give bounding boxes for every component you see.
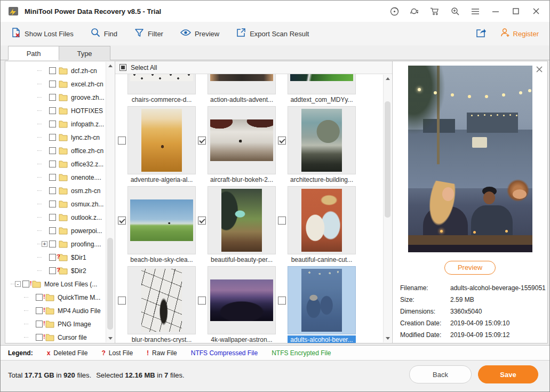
thumb-label[interactable]: beautiful-beauty-per...	[208, 255, 276, 264]
thumb-checkbox[interactable]	[198, 297, 206, 305]
tree-item[interactable]: office32.z...	[6, 157, 106, 171]
thumb-checkbox[interactable]	[198, 137, 206, 145]
tree-checkbox[interactable]	[49, 121, 56, 127]
tab-type[interactable]: Type	[59, 46, 110, 60]
thumb-tile[interactable]	[127, 266, 196, 334]
tree-scroll-down-icon[interactable]	[106, 334, 114, 342]
tree-item[interactable]: ! PNG Image	[6, 317, 106, 331]
thumb-label[interactable]: beautiful-canine-cut...	[288, 255, 356, 264]
tree-checkbox[interactable]	[49, 201, 56, 207]
tree-checkbox[interactable]	[36, 334, 43, 341]
tree-item[interactable]: osmux.zh...	[6, 197, 106, 211]
thumb-checkbox[interactable]	[278, 137, 286, 145]
thumb-tile[interactable]	[127, 186, 196, 254]
minimize-icon[interactable]	[491, 6, 500, 16]
tree-item[interactable]: ! QuickTime M...	[6, 291, 106, 304]
support-icon[interactable]	[410, 6, 419, 16]
close-icon[interactable]	[531, 6, 541, 16]
thumb-tile[interactable]	[208, 186, 276, 254]
tree-item[interactable]: HOTFIXES	[6, 104, 106, 117]
thumb-checkbox[interactable]	[118, 297, 126, 305]
tree-item[interactable]: excel.zh-cn	[6, 77, 106, 91]
save-button[interactable]: Save	[478, 365, 538, 383]
tree-item[interactable]: lync.zh-cn	[6, 131, 106, 144]
tree-checkbox[interactable]	[49, 147, 56, 154]
thumb-label[interactable]: adventure-algeria-al...	[127, 175, 196, 184]
grid-scroll-thumb[interactable]	[385, 101, 390, 218]
tree-scrollbar[interactable]	[106, 62, 114, 342]
tree-item[interactable]: office.zh-cn	[6, 144, 106, 157]
tree-checkbox[interactable]	[49, 187, 56, 194]
tree-checkbox[interactable]	[49, 241, 56, 247]
tree-checkbox[interactable]	[22, 281, 29, 287]
tree-checkbox[interactable]	[49, 267, 56, 274]
tree-item[interactable]: onenote....	[6, 171, 106, 184]
thumb-label[interactable]: aircraft-blur-bokeh-2...	[208, 175, 276, 184]
thumb-tile[interactable]	[208, 106, 276, 174]
tree-checkbox[interactable]	[49, 94, 56, 101]
thumb-checkbox[interactable]	[278, 217, 286, 225]
register-button[interactable]: Register	[500, 28, 539, 39]
tree-scroll-up-icon[interactable]	[106, 62, 114, 70]
tab-path[interactable]: Path	[8, 46, 59, 60]
preview-toggle-button[interactable]: Preview	[180, 29, 219, 38]
thumb-checkbox[interactable]	[198, 217, 206, 225]
thumb-tile[interactable]	[127, 106, 196, 174]
tree-checkbox[interactable]	[36, 321, 43, 327]
tree-checkbox[interactable]	[49, 81, 56, 87]
thumb-label[interactable]: chairs-commerce-d...	[127, 95, 196, 104]
thumb-checkbox[interactable]	[118, 217, 126, 225]
thumb-tile[interactable]	[208, 266, 276, 334]
tree-item[interactable]: outlook.z...	[6, 211, 106, 224]
share-icon[interactable]	[476, 28, 487, 40]
tree-checkbox[interactable]	[49, 227, 56, 234]
export-scan-result-button[interactable]: Export Scan Result	[236, 28, 309, 39]
tree-item[interactable]: dcf.zh-cn	[6, 64, 106, 77]
thumb-label[interactable]: addtext_com_MDYy...	[288, 95, 356, 104]
thumb-tile[interactable]	[288, 186, 356, 254]
tree-item[interactable]: groove.zh...	[6, 91, 106, 104]
tree-expander[interactable]: -	[15, 281, 21, 287]
thumb-checkbox[interactable]	[118, 137, 126, 145]
tree-checkbox[interactable]	[49, 161, 56, 167]
tree-checkbox[interactable]	[49, 134, 56, 141]
filter-button[interactable]: Filter	[134, 28, 163, 39]
thumb-label[interactable]: adults-alcohol-bever...	[288, 335, 356, 343]
menu-icon[interactable]	[471, 6, 480, 16]
preview-button[interactable]: Preview	[444, 261, 496, 275]
cart-icon[interactable]	[430, 6, 440, 16]
thumb-label[interactable]: beach-blue-sky-clea...	[127, 255, 196, 264]
thumb-tile[interactable]	[288, 74, 356, 94]
tree-item[interactable]: ! MP4 Audio File	[6, 304, 106, 317]
thumb-label[interactable]: blur-branches-cryst...	[127, 335, 196, 343]
disc-icon[interactable]	[389, 6, 399, 16]
thumb-tile[interactable]	[288, 266, 356, 334]
tree-scroll-thumb[interactable]	[107, 238, 113, 330]
thumb-label[interactable]: 4k-wallpaper-astron...	[208, 335, 276, 343]
tree-checkbox[interactable]	[36, 294, 43, 301]
tree-item[interactable]: - ! More Lost Files (...	[6, 277, 106, 291]
grid-scroll-up-icon[interactable]	[384, 75, 392, 83]
select-all-label[interactable]: Select All	[131, 64, 157, 71]
thumb-checkbox[interactable]	[278, 297, 286, 305]
tree-checkbox[interactable]	[49, 67, 56, 74]
thumb-tile[interactable]	[208, 74, 276, 94]
thumb-tile[interactable]	[127, 74, 196, 94]
tree-checkbox[interactable]	[49, 214, 56, 221]
tree-item[interactable]: osm.zh-cn	[6, 184, 106, 197]
preview-close-icon[interactable]	[536, 66, 543, 73]
back-button[interactable]: Back	[409, 365, 472, 383]
zoom-icon[interactable]	[450, 6, 460, 16]
tree-checkbox[interactable]	[49, 254, 56, 261]
grid-scrollbar[interactable]	[383, 75, 392, 342]
maximize-icon[interactable]	[511, 6, 521, 16]
tree-item[interactable]: infopath.z...	[6, 117, 106, 131]
find-button[interactable]: Find	[91, 28, 117, 39]
thumb-label[interactable]: action-adults-advent...	[208, 95, 276, 104]
show-lost-files-button[interactable]: Show Lost Files	[11, 28, 74, 39]
grid-scroll-down-icon[interactable]	[384, 334, 392, 342]
tree-checkbox[interactable]	[36, 307, 43, 314]
tree-item[interactable]: ? $Dir1	[6, 251, 106, 264]
tree-expander[interactable]: +	[42, 241, 47, 247]
tree-checkbox[interactable]	[49, 174, 56, 181]
